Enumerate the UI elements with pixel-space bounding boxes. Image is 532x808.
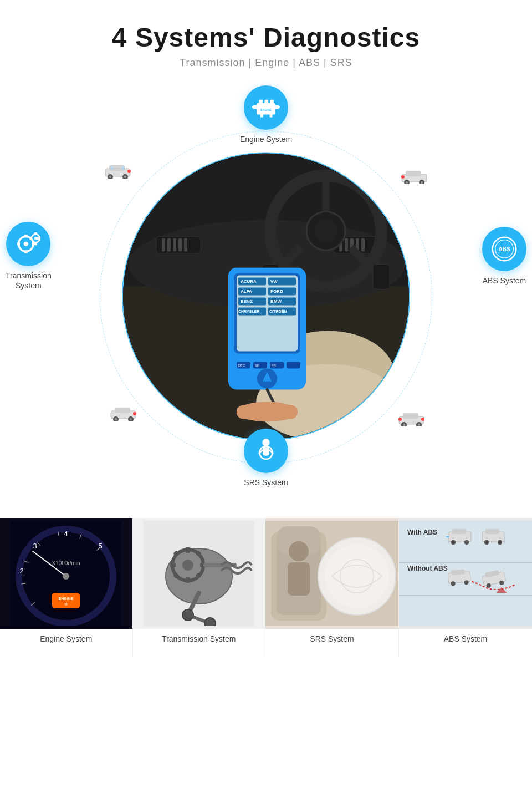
svg-rect-87 [259, 100, 263, 104]
thumb-abs-label: ABS System [444, 634, 488, 643]
svg-text:⚙: ⚙ [64, 602, 68, 606]
svg-rect-108 [37, 237, 39, 240]
svg-rect-62 [110, 166, 113, 170]
svg-rect-54 [237, 405, 298, 419]
svg-point-70 [401, 175, 405, 179]
svg-text:FORD: FORD [270, 289, 283, 294]
abs-label: ABS System [483, 276, 526, 286]
svg-text:BMW: BMW [270, 299, 282, 304]
abs-icon: ABS [490, 235, 518, 263]
diagram-section: ACURA VW ALFA FORD BENZ BMW CHRYSLER CIT… [0, 74, 532, 507]
svg-rect-101 [17, 242, 20, 246]
engine-icon: ENGINE [252, 94, 280, 121]
svg-rect-168 [452, 529, 466, 534]
svg-point-76 [130, 418, 132, 420]
svg-text:CHRYSLER: CHRYSLER [238, 309, 259, 313]
svg-point-170 [464, 540, 469, 545]
svg-rect-72 [115, 408, 130, 413]
svg-text:BENZ: BENZ [241, 299, 253, 304]
svg-rect-105 [34, 232, 37, 235]
svg-rect-8 [184, 238, 187, 251]
svg-rect-95 [270, 114, 273, 118]
svg-rect-143 [170, 563, 176, 567]
thumb-transmission: Transmission System [132, 518, 265, 657]
transmission-icon-circle [6, 221, 50, 266]
svg-rect-172 [485, 529, 499, 534]
thumb-transmission-img [133, 518, 265, 629]
engine-icon-circle: ENGINE [244, 85, 288, 130]
svg-rect-107 [30, 237, 32, 240]
transmission-label: TransmissionSystem [6, 270, 52, 290]
thumb-abs-img: With ABS [399, 518, 532, 629]
svg-point-22 [315, 220, 337, 242]
svg-rect-65 [406, 171, 421, 176]
svg-rect-93 [277, 106, 280, 108]
svg-rect-106 [34, 243, 37, 245]
thumb-transmission-label: Transmission System [162, 634, 236, 643]
svg-point-174 [498, 540, 502, 545]
svg-point-81 [403, 424, 405, 426]
svg-point-159 [325, 544, 389, 608]
transmission-system: TransmissionSystem [6, 221, 52, 290]
car-interior: ACURA VW ALFA FORD BENZ BMW CHRYSLER CIT… [123, 153, 409, 439]
svg-rect-4 [162, 238, 165, 251]
engine-system: ENGINE Engine System [240, 85, 292, 144]
svg-rect-100 [24, 250, 28, 253]
svg-rect-24 [373, 264, 390, 289]
thumb-engine-img: 2 3 4 5 X1000r/min ENGINE ⚙ [0, 518, 132, 629]
svg-text:ABS: ABS [498, 246, 510, 252]
svg-text:ALFA: ALFA [241, 289, 252, 294]
thumb-srs: SRS System [265, 518, 398, 657]
svg-rect-50 [287, 362, 300, 368]
svg-rect-89 [270, 100, 274, 104]
abs-visual-svg: With ABS [399, 521, 532, 626]
thumb-engine: 2 3 4 5 X1000r/min ENGINE ⚙ Engine Syste… [0, 518, 132, 657]
srs-visual-svg [265, 521, 398, 626]
svg-point-85 [421, 418, 424, 421]
svg-text:ER: ER [255, 364, 260, 367]
thumb-engine-label: Engine System [40, 634, 92, 643]
svg-point-152 [182, 609, 193, 621]
srs-label: SRS System [244, 477, 288, 487]
svg-point-140 [182, 560, 193, 571]
svg-rect-142 [186, 577, 190, 583]
thumb-srs-label: SRS System [310, 634, 354, 643]
svg-rect-161 [288, 562, 310, 596]
svg-rect-91 [252, 106, 255, 108]
svg-text:Without ABS: Without ABS [407, 565, 448, 572]
srs-icon [252, 437, 280, 465]
mini-car-top-right [399, 169, 429, 184]
svg-text:DTC: DTC [238, 364, 245, 367]
svg-rect-88 [264, 100, 268, 104]
srs-system: SRS System [244, 429, 288, 487]
svg-point-83 [418, 424, 420, 426]
svg-text:3: 3 [33, 542, 37, 550]
svg-point-60 [124, 176, 126, 178]
thumbnails-section: 2 3 4 5 X1000r/min ENGINE ⚙ Engine Syste… [0, 518, 532, 657]
abs-system: ABS ABS System [482, 227, 526, 286]
transmission-visual-svg [144, 521, 254, 626]
mini-car-bottom-right [396, 411, 427, 426]
svg-text:ACURA: ACURA [241, 279, 257, 284]
svg-point-133 [63, 573, 69, 580]
svg-rect-61 [122, 166, 125, 170]
svg-text:X1000r/min: X1000r/min [52, 560, 80, 566]
svg-point-153 [204, 618, 216, 626]
abs-icon-circle: ABS [482, 227, 526, 271]
svg-text:ENGINE: ENGINE [260, 108, 272, 111]
svg-point-84 [398, 418, 402, 421]
svg-text:2: 2 [20, 567, 24, 575]
svg-point-173 [484, 540, 489, 545]
svg-text:FR: FR [272, 364, 277, 367]
transmission-icon [14, 230, 42, 257]
svg-rect-141 [186, 547, 190, 553]
mini-car-top-left [103, 163, 133, 179]
center-circle: ACURA VW ALFA FORD BENZ BMW CHRYSLER CIT… [122, 152, 410, 440]
svg-point-112 [262, 439, 269, 446]
svg-rect-5 [167, 238, 171, 251]
svg-rect-94 [260, 114, 263, 118]
svg-point-74 [115, 418, 117, 420]
svg-rect-79 [403, 413, 418, 419]
svg-text:ENGINE: ENGINE [59, 597, 74, 601]
svg-point-63 [127, 170, 131, 173]
